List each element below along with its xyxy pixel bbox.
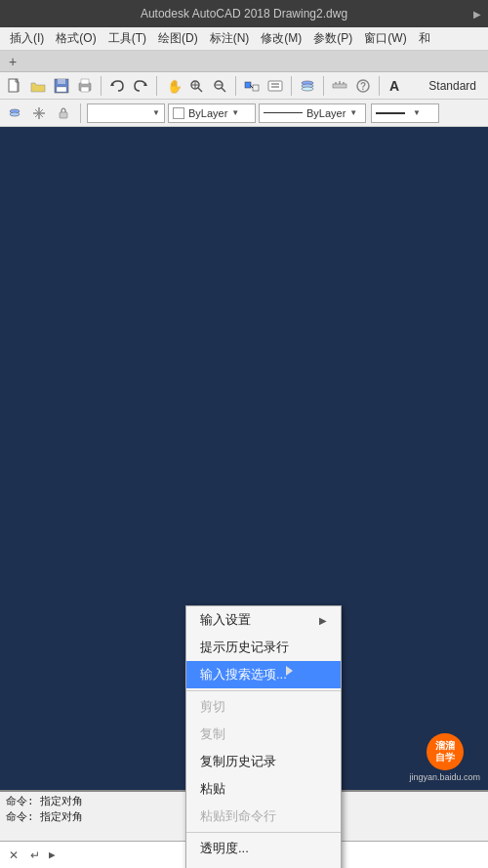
toolbar2-sep	[80, 103, 81, 123]
ctx-input-settings-arrow: ▶	[319, 615, 327, 626]
ctx-history-line-label: 提示历史记录行	[200, 639, 289, 656]
svg-text:?: ?	[360, 81, 366, 92]
properties-button[interactable]	[264, 75, 286, 97]
save-button[interactable]	[51, 75, 72, 97]
open-file-button[interactable]	[27, 75, 49, 97]
toolbar-properties: ▼ ByLayer ▼ ByLayer ▼ ▼	[0, 100, 488, 127]
ctx-copy-history-label: 复制历史记录	[200, 753, 276, 770]
menu-modify[interactable]: 修改(M)	[255, 28, 307, 49]
ctx-history-line[interactable]: 提示历史记录行	[186, 634, 341, 661]
title-bar: Autodesk AutoCAD 2018 Drawing2.dwg ▶	[0, 0, 488, 27]
ctx-paste-label: 粘贴	[200, 780, 225, 798]
cmd-enter-button[interactable]: ↵	[25, 846, 45, 865]
layer-manager-button[interactable]	[297, 75, 318, 97]
toolbar-separator-5	[323, 76, 324, 96]
toolbar-separator-1	[101, 76, 102, 96]
svg-line-13	[198, 88, 202, 92]
toolbar-standard: ✋ ? A Standard	[0, 72, 488, 100]
layer-freeze-button[interactable]	[28, 103, 50, 124]
menu-dim[interactable]: 标注(N)	[204, 28, 256, 49]
watermark-logo-text: 溜溜自学	[435, 740, 455, 764]
svg-rect-27	[333, 84, 346, 88]
svg-rect-21	[268, 81, 282, 91]
ctx-transparency-label: 透明度...	[200, 840, 249, 857]
ctx-options[interactable]: 选项...	[186, 862, 341, 868]
toolbar-separator-6	[379, 76, 380, 96]
menu-insert[interactable]: 插入(I)	[4, 28, 50, 49]
pan-button[interactable]: ✋	[162, 75, 183, 97]
cmd-cancel-button[interactable]: ✕	[4, 846, 23, 865]
measure-button[interactable]	[329, 75, 350, 97]
svg-rect-8	[81, 79, 89, 84]
ctx-cut-label: 剪切	[200, 698, 225, 716]
ctx-sep-1	[186, 690, 341, 691]
menu-bar: 插入(I) 格式(O) 工具(T) 绘图(D) 标注(N) 修改(M) 参数(P…	[0, 27, 488, 51]
ctx-search-options[interactable]: 输入搜索选项...	[186, 661, 341, 688]
lineweight-dropdown[interactable]: ▼	[371, 103, 439, 123]
ctx-copy-label: 复制	[200, 725, 225, 743]
linetype-preview	[264, 112, 303, 113]
redo-button[interactable]	[130, 75, 151, 97]
svg-rect-5	[57, 87, 66, 92]
ctx-sep-2	[186, 832, 341, 833]
menu-window[interactable]: 窗口(W)	[358, 28, 412, 49]
ctx-input-settings[interactable]: 输入设置 ▶	[186, 606, 341, 634]
lineweight-arrow: ▼	[413, 108, 421, 117]
svg-rect-20	[253, 85, 259, 91]
ctx-paste-cmdline: 粘贴到命令行	[186, 803, 341, 830]
svg-line-17	[222, 88, 225, 92]
menu-extra[interactable]: 和	[413, 28, 436, 49]
menu-format[interactable]: 格式(O)	[50, 28, 102, 49]
linetype-label: ByLayer	[306, 107, 346, 119]
svg-rect-7	[81, 87, 89, 92]
toolbar-separator-2	[156, 76, 157, 96]
title-text: Autodesk AutoCAD 2018 Drawing2.dwg	[141, 7, 347, 21]
color-swatch	[173, 107, 184, 119]
lineweight-preview	[376, 112, 405, 114]
svg-point-26	[302, 87, 313, 91]
cmd-icon-group: ✕ ↵	[4, 846, 45, 865]
svg-rect-4	[58, 79, 65, 84]
color-dropdown[interactable]: ByLayer ▼	[168, 103, 256, 123]
menu-tools[interactable]: 工具(T)	[102, 28, 152, 49]
watermark-logo: 溜溜自学	[427, 733, 464, 770]
layer-state-button[interactable]	[4, 103, 25, 124]
layer-dropdown-arrow: ▼	[152, 108, 160, 117]
standard-label: Standard	[428, 79, 484, 93]
context-menu: 输入设置 ▶ 提示历史记录行 输入搜索选项... 剪切 复制 复制历史记录 粘贴…	[185, 605, 342, 868]
linetype-dropdown[interactable]: ByLayer ▼	[259, 103, 366, 123]
toolbar-separator-4	[291, 76, 292, 96]
undo-button[interactable]	[106, 75, 128, 97]
tab-add-button[interactable]: +	[4, 54, 21, 69]
svg-point-35	[10, 112, 20, 116]
zoom-realtime-button[interactable]	[185, 75, 207, 97]
menu-param[interactable]: 参数(P)	[307, 28, 358, 49]
ctx-paste[interactable]: 粘贴	[186, 775, 341, 803]
text-style-button[interactable]: A	[385, 75, 406, 97]
ctx-copy: 复制	[186, 721, 341, 748]
ctx-input-settings-label: 输入设置	[200, 611, 251, 629]
layer-dropdown[interactable]: ▼	[87, 103, 165, 123]
watermark: 溜溜自学 jingyan.baidu.com	[409, 733, 480, 782]
new-file-button[interactable]	[4, 75, 25, 97]
toolbar-separator-3	[235, 76, 236, 96]
ctx-paste-cmdline-label: 粘贴到命令行	[200, 807, 276, 825]
print-button[interactable]	[74, 75, 96, 97]
zoom-window-button[interactable]	[209, 75, 230, 97]
svg-rect-40	[60, 112, 67, 118]
watermark-site: jingyan.baidu.com	[409, 772, 480, 782]
cmd-prompt: ▶	[49, 848, 56, 861]
expand-btn[interactable]: ▶	[467, 0, 488, 27]
color-label: ByLayer	[188, 107, 227, 119]
linetype-arrow: ▼	[349, 108, 357, 117]
menu-draw[interactable]: 绘图(D)	[152, 28, 204, 49]
ctx-cut: 剪切	[186, 693, 341, 721]
ctx-search-options-label: 输入搜索选项...	[200, 666, 287, 683]
tab-bar: +	[0, 51, 488, 72]
layer-lock-button[interactable]	[53, 103, 74, 124]
ctx-copy-history[interactable]: 复制历史记录	[186, 748, 341, 775]
match-properties-button[interactable]	[241, 75, 263, 97]
inquiry-button[interactable]: ?	[352, 75, 374, 97]
ctx-transparency[interactable]: 透明度...	[186, 835, 341, 862]
svg-rect-0	[9, 79, 18, 92]
